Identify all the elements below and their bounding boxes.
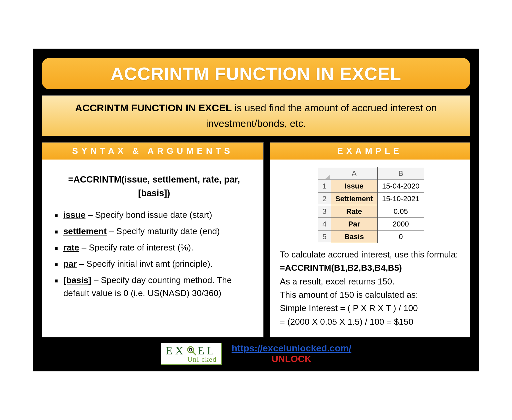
arg-item: ■issue – Specify bond issue date (start) (54, 209, 256, 221)
cell-label: Settlement (331, 193, 377, 205)
bullet-icon: ■ (54, 276, 58, 300)
example-calc-intro: This amount of 150 is calculated as: (280, 288, 462, 301)
excel-unlocked-logo: EX EL Unl cked (161, 343, 222, 365)
syntax-header: SYNTAX & ARGUMENTS (42, 143, 263, 160)
arg-desc: – Specify bond issue date (start) (85, 210, 212, 220)
bullet-icon: ■ (54, 211, 58, 221)
row-number: 1 (318, 180, 331, 193)
cell-value: 15-04-2020 (377, 180, 424, 193)
row-number: 2 (318, 193, 331, 205)
svg-line-1 (193, 352, 196, 355)
cell-value: 15-10-2021 (377, 193, 424, 205)
table-row: 3 Rate 0.05 (318, 205, 424, 218)
footer: EX EL Unl cked https://excelunlocked.com… (42, 343, 470, 365)
table-row: 2 Settlement 15-10-2021 (318, 193, 424, 205)
example-result-line: As a result, excel returns 150. (280, 275, 462, 288)
row-number: 4 (318, 218, 331, 230)
example-intro: To calculate accrued interest, use this … (280, 248, 462, 261)
table-corner (318, 167, 331, 180)
table-row: 1 Issue 15-04-2020 (318, 180, 424, 193)
logo-subtext: Unl cked (166, 356, 217, 363)
description-rest: is used find the amount of accrued inter… (206, 102, 437, 129)
arg-desc: – Specify initial invt amt (principle). (77, 259, 212, 269)
syntax-panel: SYNTAX & ARGUMENTS =ACCRINTM(issue, sett… (42, 142, 264, 337)
arg-item: ■settlement – Specify maturity date (end… (54, 225, 256, 238)
cell-value: 2000 (377, 218, 424, 230)
cell-label: Rate (331, 205, 377, 218)
row-number: 3 (318, 205, 331, 218)
arg-name: [basis] (63, 275, 91, 285)
logo-text-right: EL (197, 345, 217, 356)
cell-label: Basis (331, 230, 377, 243)
table-row: 5 Basis 0 (318, 230, 424, 243)
arg-item: ■par – Specify initial invt amt (princip… (54, 257, 256, 270)
arg-desc: – Specify maturity date (end) (107, 226, 220, 236)
arg-item: ■[basis] – Specify day counting method. … (54, 274, 256, 300)
excel-sample-table: A B 1 Issue 15-04-2020 2 Settlement 15-1… (318, 167, 424, 243)
arg-name: issue (63, 210, 86, 220)
description-banner: ACCRINTM FUNCTION IN EXCEL is used find … (42, 95, 470, 136)
row-number: 5 (318, 230, 331, 243)
cell-value: 0 (377, 230, 424, 243)
unlock-label: UNLOCK (232, 354, 351, 364)
description-bold: ACCRINTM FUNCTION IN EXCEL (75, 102, 232, 113)
bullet-icon: ■ (54, 227, 58, 238)
logo-text-left: EX (166, 345, 186, 356)
example-calc: = (2000 X 0.05 X 1.5) / 100 = $150 (280, 315, 462, 328)
cell-label: Par (331, 218, 377, 230)
svg-point-4 (190, 349, 191, 350)
col-header-a: A (331, 167, 377, 180)
arg-name: par (63, 259, 77, 269)
example-simple-interest: Simple Interest = ( P X R X T ) / 100 (280, 301, 462, 315)
site-link[interactable]: https://excelunlocked.com/ (232, 343, 351, 354)
magnifier-lock-icon (187, 346, 197, 356)
arguments-list: ■issue – Specify bond issue date (start)… (52, 209, 256, 300)
main-title: ACCRINTM FUNCTION IN EXCEL (42, 58, 470, 89)
example-header: EXAMPLE (270, 143, 470, 160)
cell-value: 0.05 (377, 205, 424, 218)
example-formula: =ACCRINTM(B1,B2,B3,B4,B5) (280, 261, 462, 274)
arg-item: ■rate – Specify rate of interest (%). (54, 241, 256, 254)
arg-desc: – Specify rate of interest (%). (79, 242, 193, 252)
infographic-card: ACCRINTM FUNCTION IN EXCEL ACCRINTM FUNC… (33, 49, 479, 371)
example-panel: EXAMPLE A B 1 Issue 15-04-2020 (270, 142, 470, 337)
arg-name: rate (63, 242, 79, 252)
bullet-icon: ■ (54, 260, 58, 270)
cell-label: Issue (331, 180, 377, 193)
col-header-b: B (377, 167, 424, 180)
arg-name: settlement (63, 226, 107, 236)
bullet-icon: ■ (54, 244, 58, 254)
syntax-formula: =ACCRINTM(issue, settlement, rate, par, … (52, 173, 256, 200)
table-row: 4 Par 2000 (318, 218, 424, 230)
